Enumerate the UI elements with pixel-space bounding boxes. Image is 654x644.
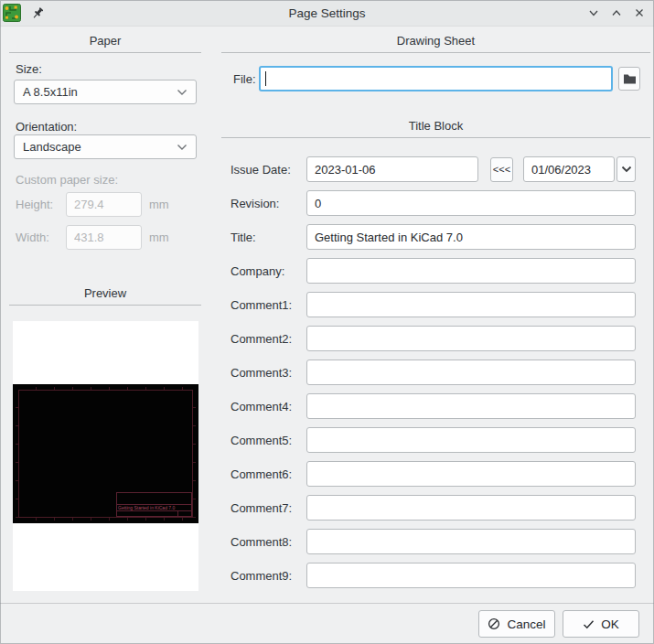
comment6-input[interactable] — [306, 461, 636, 487]
ok-label: OK — [601, 617, 619, 631]
comment5-label: Comment5: — [231, 434, 306, 447]
drawing-sheet-heading: Drawing Sheet — [220, 34, 652, 48]
field-row: Comment3: — [220, 360, 652, 385]
comment1-label: Comment1: — [231, 298, 306, 312]
issue-date-input[interactable] — [306, 156, 478, 182]
window-title: Page Settings — [0, 6, 654, 20]
browse-file-button[interactable] — [618, 67, 640, 91]
chevron-down-icon — [177, 89, 188, 96]
paper-size-select[interactable]: A 8.5x11in — [14, 80, 197, 104]
height-label: Height: — [16, 198, 66, 211]
chevron-down-icon — [621, 166, 632, 173]
paper-panel: Paper Size: A 8.5x11in Orientation: Land… — [9, 26, 201, 591]
issue-date-label: Issue Date: — [231, 163, 306, 177]
field-row: Comment9: — [220, 563, 652, 588]
comment7-label: Comment7: — [231, 501, 306, 515]
orientation-value: Landscape — [23, 140, 81, 154]
width-row: Width: mm — [9, 225, 201, 250]
divider — [9, 52, 201, 53]
comment3-input[interactable] — [306, 360, 636, 385]
titlebar: Page Settings — [0, 0, 654, 27]
comment7-input[interactable] — [306, 495, 636, 521]
date-picker-dropdown-button[interactable] — [616, 156, 636, 182]
field-row: Comment8: — [220, 529, 652, 554]
field-row: Title: — [220, 224, 652, 250]
field-row: Comment2: — [220, 326, 652, 351]
comment9-input[interactable] — [306, 563, 636, 588]
preview-title-block-top — [117, 493, 191, 504]
width-label: Width: — [16, 231, 66, 244]
width-input — [66, 225, 142, 250]
title-block-heading: Title Block — [220, 119, 652, 133]
field-row: Revision: — [220, 190, 652, 216]
close-icon[interactable] — [631, 5, 648, 21]
page-preview: Getting Started in KiCad 7.0 — [13, 321, 198, 591]
title-input[interactable] — [306, 224, 636, 250]
field-row: Company: — [220, 258, 652, 284]
chevron-down-icon — [177, 144, 188, 151]
folder-icon — [623, 73, 637, 85]
kicad-logo-icon — [3, 4, 21, 22]
field-row: Comment4: — [220, 393, 652, 419]
chevron-up-icon[interactable] — [608, 5, 625, 21]
title-label: Title: — [231, 231, 306, 244]
company-label: Company: — [231, 264, 306, 278]
preview-heading: Preview — [9, 286, 201, 300]
divider — [9, 305, 201, 306]
date-picker-input[interactable] — [523, 156, 615, 182]
comment3-label: Comment3: — [231, 366, 306, 380]
comment1-input[interactable] — [306, 292, 636, 317]
comment8-input[interactable] — [306, 529, 636, 554]
revision-input[interactable] — [306, 190, 636, 216]
preview-ticks — [18, 518, 193, 521]
comment9-label: Comment9: — [231, 569, 306, 583]
footer-divider — [0, 603, 654, 604]
orientation-select[interactable]: Landscape — [14, 134, 197, 159]
field-row: Comment7: — [220, 495, 652, 521]
cancel-label: Cancel — [507, 617, 545, 631]
file-row: File: — [220, 66, 652, 91]
comment6-label: Comment6: — [231, 467, 306, 481]
pin-icon[interactable] — [31, 6, 45, 20]
cancel-circle-slash-icon — [488, 617, 500, 630]
file-label: File: — [233, 72, 255, 86]
divider — [221, 137, 650, 138]
comment8-label: Comment8: — [231, 535, 306, 549]
chevron-down-icon[interactable] — [585, 5, 602, 21]
drawing-sheet-file-input[interactable] — [259, 66, 613, 91]
sheet-panel: Drawing Sheet File: Title Block Issue Da… — [220, 26, 652, 588]
window-controls — [585, 5, 648, 21]
height-row: Height: mm — [9, 192, 201, 217]
height-input — [66, 192, 142, 217]
preview-ticks — [193, 390, 196, 518]
size-label: Size: — [9, 62, 201, 76]
check-icon — [583, 619, 595, 629]
preview-sheet-title: Getting Started in KiCad 7.0 — [117, 504, 191, 510]
preview-title-block: Getting Started in KiCad 7.0 — [116, 492, 192, 517]
field-row: Comment6: — [220, 461, 652, 487]
field-row: Comment5: — [220, 427, 652, 453]
revision-label: Revision: — [231, 197, 306, 210]
preview-title-block-bottom — [117, 510, 191, 516]
comment4-label: Comment4: — [231, 400, 306, 413]
custom-size-label: Custom paper size: — [9, 173, 201, 187]
paper-size-value: A 8.5x11in — [23, 85, 78, 99]
company-input[interactable] — [306, 258, 636, 284]
paper-heading: Paper — [9, 34, 201, 48]
orientation-label: Orientation: — [9, 120, 201, 134]
comment5-input[interactable] — [306, 427, 636, 453]
cancel-button[interactable]: Cancel — [478, 610, 555, 638]
height-unit: mm — [149, 198, 169, 211]
ok-button[interactable]: OK — [563, 610, 639, 638]
copy-date-button[interactable]: <<< — [490, 157, 513, 182]
comment2-label: Comment2: — [231, 332, 306, 346]
divider — [221, 52, 650, 53]
width-unit: mm — [149, 231, 169, 244]
preview-sheet: Getting Started in KiCad 7.0 — [13, 384, 198, 523]
text-cursor — [265, 71, 266, 86]
field-row: Comment1: — [220, 292, 652, 317]
comment4-input[interactable] — [306, 393, 636, 419]
issue-date-row: Issue Date: <<< — [220, 156, 652, 182]
comment2-input[interactable] — [306, 326, 636, 351]
